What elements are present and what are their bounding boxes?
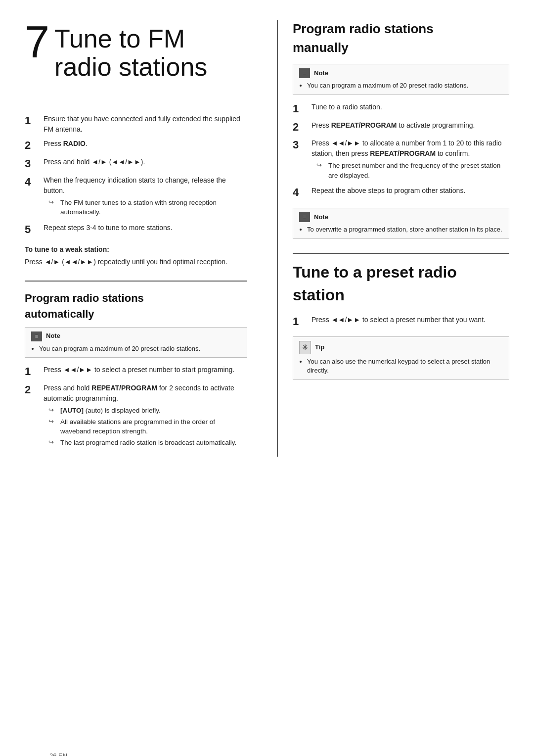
step-text-1: Ensure that you have connected and fully… — [44, 114, 247, 135]
step-num-3: 3 — [25, 157, 41, 171]
weak-station-label: To tune to a weak station: — [25, 244, 247, 254]
preset-section-title: Tune to a preset radio station — [293, 261, 509, 307]
manual-step-num-1: 1 — [293, 102, 309, 116]
manual-note-icon: ≡ — [299, 68, 310, 78]
manual-note-label: Note — [314, 69, 328, 78]
step-2: 2 Press RADIO. — [25, 139, 247, 153]
manual-step-num-3: 3 — [293, 138, 309, 152]
chapter-number: 7 — [25, 20, 49, 64]
preset-tip-box: ✳ Tip You can also use the numerical key… — [293, 336, 509, 380]
manual-step-text-3: Press ◄◄/►► to allocate a number from 1 … — [312, 138, 509, 182]
right-section-inner: Program radio stationsmanually ≡ Note Yo… — [283, 20, 509, 380]
auto-section-title: Program radio stationsautomatically — [25, 290, 247, 322]
tip-icon: ✳ — [299, 341, 311, 354]
step-4: 4 When the frequency indication starts t… — [25, 175, 247, 219]
preset-step-text-1: Press ◄◄/►► to select a preset number th… — [312, 315, 509, 325]
right-column: Program radio stationsmanually ≡ Note Yo… — [277, 20, 509, 457]
step-text-5: Repeat steps 3-4 to tune to more station… — [44, 223, 247, 233]
manual-section-title: Program radio stationsmanually — [293, 20, 509, 57]
preset-section: Tune to a preset radio station 1 Press ◄… — [293, 261, 509, 380]
auto-step-num-2: 2 — [25, 383, 41, 397]
chapter-title: Tune to FMradio stations — [54, 20, 207, 81]
weak-station-text: Press ◄/► (◄◄/►►) repeatedly until you f… — [25, 257, 247, 267]
step-1: 1 Ensure that you have connected and ful… — [25, 114, 247, 135]
manual-note-text: You can program a maximum of 20 preset r… — [307, 81, 503, 91]
manual-step-2: 2 Press REPEAT/PROGRAM to activate progr… — [293, 120, 509, 135]
manual-step-num-4: 4 — [293, 186, 309, 200]
auto-section: Program radio stationsautomatically ≡ No… — [25, 290, 247, 449]
step-num-4: 4 — [25, 175, 41, 189]
chapter-title-block: 7 Tune to FMradio stations — [25, 20, 247, 99]
manual-step-num-2: 2 — [293, 120, 309, 135]
step-num-5: 5 — [25, 223, 41, 237]
manual-steps-list: 1 Tune to a radio station. 2 Press REPEA… — [293, 102, 509, 200]
manual-step-text-4: Repeat the above steps to program other … — [312, 186, 509, 196]
auto-step-num-1: 1 — [25, 365, 41, 379]
preset-step-num-1: 1 — [293, 315, 309, 329]
step-3: 3 Press and hold ◄/► (◄◄/►►). — [25, 157, 247, 171]
auto-note-icon: ≡ — [31, 331, 42, 341]
manual-step-1: 1 Tune to a radio station. — [293, 102, 509, 116]
weak-station-block: To tune to a weak station: Press ◄/► (◄◄… — [25, 244, 247, 267]
step-num-1: 1 — [25, 114, 41, 128]
preset-steps-list: 1 Press ◄◄/►► to select a preset number … — [293, 315, 509, 329]
manual-note2-text: To overwrite a programmed station, store… — [307, 225, 503, 235]
auto-step-text-2: Press and hold REPEAT/PROGRAM for 2 seco… — [44, 383, 247, 449]
manual-step-3: 3 Press ◄◄/►► to allocate a number from … — [293, 138, 509, 182]
auto-steps-list: 1 Press ◄◄/►► to select a preset number … — [25, 365, 247, 449]
auto-note-box: ≡ Note You can program a maximum of 20 p… — [25, 327, 247, 358]
auto-note-text: You can program a maximum of 20 preset r… — [39, 344, 241, 354]
step-num-2: 2 — [25, 139, 41, 153]
step-5: 5 Repeat steps 3-4 to tune to more stati… — [25, 223, 247, 237]
tip-text: You can also use the numerical keypad to… — [307, 357, 503, 376]
step-text-2: Press RADIO. — [44, 139, 247, 149]
manual-step-text-2: Press REPEAT/PROGRAM to activate program… — [312, 120, 509, 131]
auto-step-text-1: Press ◄◄/►► to select a preset number to… — [44, 365, 247, 375]
manual-note2-icon: ≡ — [299, 212, 310, 222]
manual-step-text-1: Tune to a radio station. — [312, 102, 509, 112]
step-text-3: Press and hold ◄/► (◄◄/►►). — [44, 157, 247, 167]
intro-steps-list: 1 Ensure that you have connected and ful… — [25, 114, 247, 236]
auto-step-1: 1 Press ◄◄/►► to select a preset number … — [25, 365, 247, 379]
manual-note-box: ≡ Note You can program a maximum of 20 p… — [293, 64, 509, 95]
step-text-4: When the frequency indication starts to … — [44, 175, 247, 219]
auto-section-divider — [25, 281, 247, 282]
preset-section-divider — [293, 253, 509, 254]
manual-note2-box: ≡ Note To overwrite a programmed station… — [293, 208, 509, 239]
manual-step-4: 4 Repeat the above steps to program othe… — [293, 186, 509, 200]
preset-step-1: 1 Press ◄◄/►► to select a preset number … — [293, 315, 509, 329]
manual-note2-label: Note — [314, 213, 328, 222]
tip-label: Tip — [315, 343, 324, 352]
auto-step-2: 2 Press and hold REPEAT/PROGRAM for 2 se… — [25, 383, 247, 449]
auto-note-label: Note — [46, 331, 60, 341]
page-footer: 26 EN — [49, 752, 67, 756]
left-column: 7 Tune to FMradio stations 1 Ensure that… — [25, 20, 257, 457]
